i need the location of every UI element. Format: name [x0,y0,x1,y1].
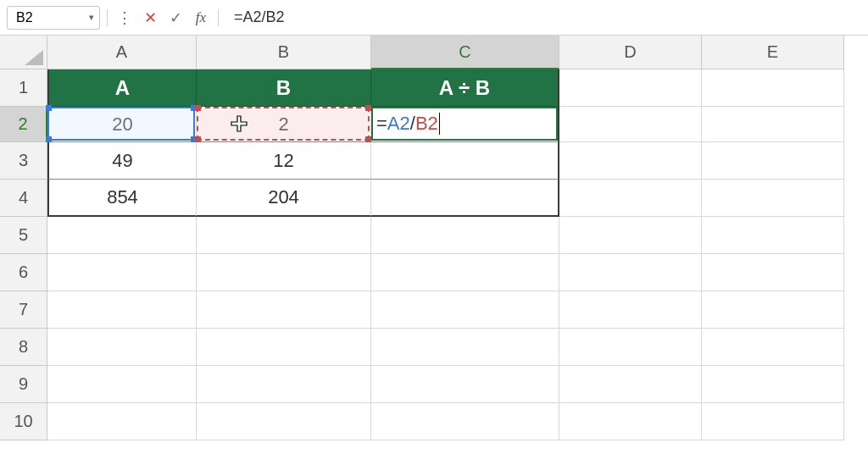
editing-cell-c2[interactable]: =A2/B2 [371,107,558,141]
cell[interactable] [559,217,702,254]
fx-icon[interactable]: fx [191,8,211,28]
row-headers: 12345678910 [0,69,47,440]
column-header-e[interactable]: E [702,36,844,69]
cell[interactable] [371,142,559,180]
formula-ref-a: A2 [387,113,410,135]
select-all-corner[interactable] [0,36,47,69]
cell[interactable] [702,403,844,440]
cell[interactable] [559,291,702,329]
cell[interactable] [371,366,559,403]
cell[interactable] [702,142,844,180]
cell[interactable] [559,142,702,180]
cell[interactable] [559,366,702,403]
cell[interactable] [702,291,844,329]
cell[interactable] [371,329,559,366]
row-header-9[interactable]: 9 [0,366,47,403]
cell[interactable] [197,291,371,329]
cell[interactable] [371,217,559,254]
cell[interactable] [371,254,559,291]
cell[interactable] [47,291,197,329]
row-header-7[interactable]: 7 [0,291,47,329]
cell[interactable]: 49 [47,142,197,180]
cancel-icon[interactable]: ✕ [140,8,160,28]
cell[interactable] [702,366,844,403]
column-headers: ABCDE [47,36,844,69]
formula-ref-b: B2 [415,113,438,135]
cell[interactable] [559,403,702,440]
cell[interactable] [197,329,371,366]
cell[interactable] [702,217,844,254]
cell[interactable] [47,366,197,403]
cell[interactable] [371,291,559,329]
cell[interactable]: B [197,69,371,107]
row-header-5[interactable]: 5 [0,217,47,254]
cell[interactable]: 204 [197,180,371,217]
cell[interactable]: 2 [197,107,371,142]
accept-icon[interactable]: ✓ [165,8,186,28]
row-header-2[interactable]: 2 [0,107,47,142]
name-box[interactable]: B2 ▾ [7,6,100,30]
column-header-c[interactable]: C [371,36,559,69]
cell[interactable]: 12 [197,142,371,180]
spreadsheet-grid: ABCDE 12345678910 ABA ÷ B2024912854204 =… [0,36,868,454]
separator [218,9,219,26]
cell[interactable] [559,107,702,142]
cell[interactable] [197,254,371,291]
cell[interactable]: A ÷ B [371,69,559,107]
cell[interactable]: 20 [47,107,197,142]
cell[interactable] [371,180,559,217]
formula-input[interactable]: =A2/B2 [225,8,861,26]
formula-equals: = [376,113,387,135]
cell[interactable] [47,217,197,254]
column-header-b[interactable]: B [197,36,371,69]
cell[interactable] [47,329,197,366]
cell[interactable] [559,69,702,107]
cell[interactable]: 854 [47,180,197,217]
column-header-d[interactable]: D [559,36,702,69]
cell[interactable] [371,403,559,440]
cell[interactable] [559,180,702,217]
row-header-4[interactable]: 4 [0,180,47,217]
formula-bar: B2 ▾ ⋮ ✕ ✓ fx =A2/B2 [0,0,868,36]
cell[interactable] [197,403,371,440]
cell[interactable] [702,329,844,366]
cell[interactable] [702,254,844,291]
cell[interactable]: A [47,69,197,107]
row-header-1[interactable]: 1 [0,69,47,107]
cell[interactable] [47,403,197,440]
separator [107,9,108,26]
cell[interactable] [197,217,371,254]
chevron-down-icon[interactable]: ▾ [89,12,94,23]
cell[interactable] [559,329,702,366]
cell[interactable] [197,366,371,403]
row-header-10[interactable]: 10 [0,403,47,440]
cell[interactable] [702,180,844,217]
column-header-a[interactable]: A [47,36,197,69]
row-header-6[interactable]: 6 [0,254,47,291]
cell[interactable] [702,107,844,142]
more-icon[interactable]: ⋮ [114,8,135,28]
text-cursor [439,113,440,135]
row-header-3[interactable]: 3 [0,142,47,180]
cell[interactable] [559,254,702,291]
name-box-value: B2 [16,10,33,25]
cell[interactable] [47,254,197,291]
cell[interactable] [702,69,844,107]
row-header-8[interactable]: 8 [0,329,47,366]
